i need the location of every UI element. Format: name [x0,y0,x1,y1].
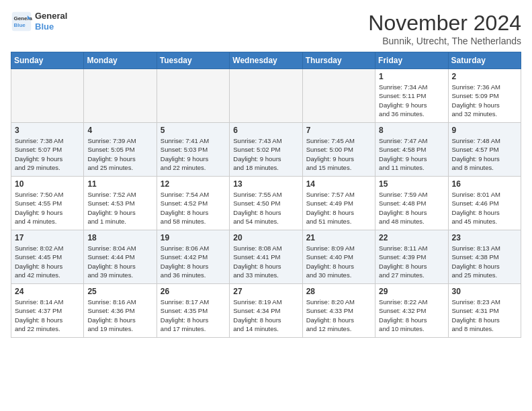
calendar-cell: 23Sunrise: 8:13 AM Sunset: 4:38 PM Dayli… [448,230,521,284]
day-number: 3 [15,126,80,135]
day-info: Sunrise: 8:08 AM Sunset: 4:41 PM Dayligh… [233,244,298,279]
calendar-cell: 19Sunrise: 8:06 AM Sunset: 4:42 PM Dayli… [157,230,229,284]
calendar-cell [302,69,375,123]
day-info: Sunrise: 7:41 AM Sunset: 5:03 PM Dayligh… [161,136,226,172]
day-number: 25 [87,287,152,296]
calendar-cell: 26Sunrise: 8:17 AM Sunset: 4:35 PM Dayli… [157,284,229,338]
day-number: 12 [161,179,226,189]
day-info: Sunrise: 8:23 AM Sunset: 4:31 PM Dayligh… [452,298,517,333]
day-number: 16 [452,179,517,189]
day-number: 22 [379,233,444,242]
calendar-cell: 22Sunrise: 8:11 AM Sunset: 4:39 PM Dayli… [375,230,448,284]
header-sunday: Sunday [11,52,84,69]
calendar-cell [230,69,302,123]
day-info: Sunrise: 7:38 AM Sunset: 5:07 PM Dayligh… [15,136,80,172]
day-info: Sunrise: 7:52 AM Sunset: 4:53 PM Dayligh… [87,190,152,226]
calendar-cell: 10Sunrise: 7:50 AM Sunset: 4:55 PM Dayli… [11,177,84,230]
day-info: Sunrise: 7:47 AM Sunset: 4:58 PM Dayligh… [379,136,444,172]
day-number: 11 [87,179,152,189]
day-info: Sunrise: 8:19 AM Sunset: 4:34 PM Dayligh… [233,298,298,333]
calendar-cell: 21Sunrise: 8:09 AM Sunset: 4:40 PM Dayli… [302,230,375,284]
header-tuesday: Tuesday [157,52,229,69]
day-number: 30 [452,287,517,296]
calendar-cell: 11Sunrise: 7:52 AM Sunset: 4:53 PM Dayli… [84,177,157,230]
day-info: Sunrise: 8:11 AM Sunset: 4:39 PM Dayligh… [379,244,444,279]
calendar-cell: 28Sunrise: 8:20 AM Sunset: 4:33 PM Dayli… [302,284,375,338]
day-number: 13 [233,179,298,189]
logo-line2: Blue [35,21,67,32]
svg-text:Blue: Blue [13,22,26,28]
day-info: Sunrise: 7:43 AM Sunset: 5:02 PM Dayligh… [233,136,298,172]
calendar-cell: 1Sunrise: 7:34 AM Sunset: 5:11 PM Daylig… [375,69,448,123]
day-number: 4 [87,126,152,135]
day-number: 17 [15,233,80,242]
calendar-cell: 15Sunrise: 7:59 AM Sunset: 4:48 PM Dayli… [375,177,448,230]
day-number: 14 [306,179,371,189]
day-info: Sunrise: 8:22 AM Sunset: 4:32 PM Dayligh… [379,298,444,333]
day-number: 18 [87,233,152,242]
day-number: 15 [379,179,444,189]
calendar-cell: 16Sunrise: 8:01 AM Sunset: 4:46 PM Dayli… [448,177,521,230]
calendar-cell: 5Sunrise: 7:41 AM Sunset: 5:03 PM Daylig… [157,123,229,177]
calendar-cell: 24Sunrise: 8:14 AM Sunset: 4:37 PM Dayli… [11,284,84,338]
calendar-cell: 12Sunrise: 7:54 AM Sunset: 4:52 PM Dayli… [157,177,229,230]
day-info: Sunrise: 7:54 AM Sunset: 4:52 PM Dayligh… [161,190,226,226]
calendar-cell: 6Sunrise: 7:43 AM Sunset: 5:02 PM Daylig… [230,123,302,177]
day-info: Sunrise: 7:34 AM Sunset: 5:11 PM Dayligh… [379,83,444,118]
day-info: Sunrise: 8:09 AM Sunset: 4:40 PM Dayligh… [306,244,371,279]
day-info: Sunrise: 8:20 AM Sunset: 4:33 PM Dayligh… [306,298,371,333]
calendar-cell [157,69,229,123]
header-monday: Monday [84,52,157,69]
day-number: 24 [15,287,80,296]
calendar-cell: 25Sunrise: 8:16 AM Sunset: 4:36 PM Dayli… [84,284,157,338]
logo: General Blue General Blue [11,11,67,32]
calendar-cell: 17Sunrise: 8:02 AM Sunset: 4:45 PM Dayli… [11,230,84,284]
day-info: Sunrise: 8:06 AM Sunset: 4:42 PM Dayligh… [161,244,226,279]
calendar-cell: 7Sunrise: 7:45 AM Sunset: 5:00 PM Daylig… [302,123,375,177]
day-info: Sunrise: 7:36 AM Sunset: 5:09 PM Dayligh… [452,83,517,118]
day-info: Sunrise: 7:55 AM Sunset: 4:50 PM Dayligh… [233,190,298,226]
day-info: Sunrise: 7:39 AM Sunset: 5:05 PM Dayligh… [87,136,152,172]
week-row-2: 10Sunrise: 7:50 AM Sunset: 4:55 PM Dayli… [11,177,521,230]
day-number: 28 [306,287,371,296]
calendar-cell: 3Sunrise: 7:38 AM Sunset: 5:07 PM Daylig… [11,123,84,177]
day-number: 10 [15,179,80,189]
day-info: Sunrise: 8:14 AM Sunset: 4:37 PM Dayligh… [15,298,80,333]
calendar-cell: 20Sunrise: 8:08 AM Sunset: 4:41 PM Dayli… [230,230,302,284]
logo-icon: General Blue [11,11,32,32]
day-info: Sunrise: 7:48 AM Sunset: 4:57 PM Dayligh… [452,136,517,172]
day-info: Sunrise: 7:45 AM Sunset: 5:00 PM Dayligh… [306,136,371,172]
calendar-cell: 13Sunrise: 7:55 AM Sunset: 4:50 PM Dayli… [230,177,302,230]
week-row-0: 1Sunrise: 7:34 AM Sunset: 5:11 PM Daylig… [11,69,521,123]
month-title: November 2024 [368,11,521,36]
calendar-cell: 14Sunrise: 7:57 AM Sunset: 4:49 PM Dayli… [302,177,375,230]
calendar-cell: 30Sunrise: 8:23 AM Sunset: 4:31 PM Dayli… [448,284,521,338]
header-saturday: Saturday [448,52,521,69]
calendar-table: SundayMondayTuesdayWednesdayThursdayFrid… [11,52,521,338]
day-number: 23 [452,233,517,242]
day-number: 27 [233,287,298,296]
day-info: Sunrise: 8:16 AM Sunset: 4:36 PM Dayligh… [87,298,152,333]
week-row-4: 24Sunrise: 8:14 AM Sunset: 4:37 PM Dayli… [11,284,521,338]
logo-line1: General [35,11,67,21]
day-number: 29 [379,287,444,296]
day-number: 9 [452,126,517,135]
day-info: Sunrise: 8:02 AM Sunset: 4:45 PM Dayligh… [15,244,80,279]
day-number: 8 [379,126,444,135]
header-thursday: Thursday [302,52,375,69]
calendar-cell [11,69,84,123]
day-number: 2 [452,72,517,81]
day-number: 5 [161,126,226,135]
day-number: 7 [306,126,371,135]
day-number: 26 [161,287,226,296]
day-info: Sunrise: 8:01 AM Sunset: 4:46 PM Dayligh… [452,190,517,226]
header-friday: Friday [375,52,448,69]
calendar-cell: 29Sunrise: 8:22 AM Sunset: 4:32 PM Dayli… [375,284,448,338]
calendar-cell [84,69,157,123]
calendar-cell: 9Sunrise: 7:48 AM Sunset: 4:57 PM Daylig… [448,123,521,177]
week-row-3: 17Sunrise: 8:02 AM Sunset: 4:45 PM Dayli… [11,230,521,284]
header-wednesday: Wednesday [230,52,302,69]
day-number: 20 [233,233,298,242]
title-block: November 2024 Bunnik, Utrecht, The Nethe… [368,11,521,46]
day-info: Sunrise: 7:57 AM Sunset: 4:49 PM Dayligh… [306,190,371,226]
